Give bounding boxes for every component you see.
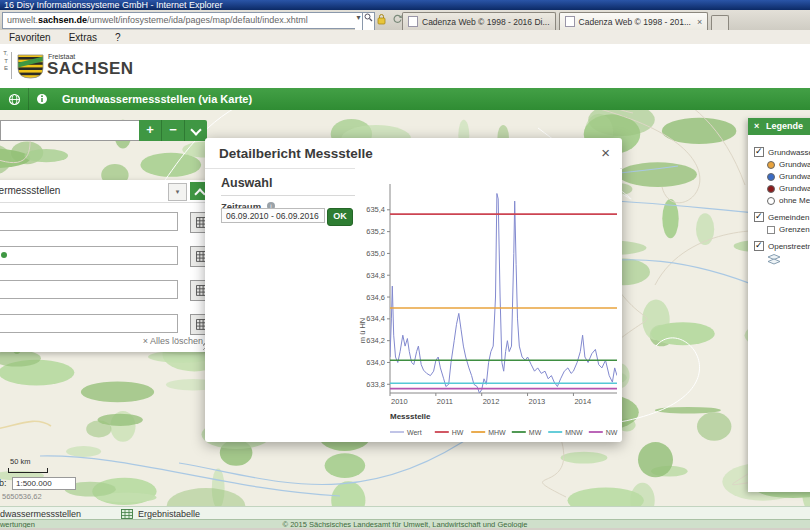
menu-item-[interactable]: ? [106, 32, 130, 43]
result-tab-ergebnistabelle[interactable]: Ergebnistabelle [121, 509, 200, 519]
point-symbol-icon [767, 161, 775, 169]
filter-input-3[interactable] [0, 280, 178, 299]
checkbox[interactable] [754, 241, 764, 251]
app-navbar: Grundwassermessstellen (via Karte) [0, 88, 810, 111]
legend-item: Grundwasserstand [767, 172, 810, 181]
svg-text:635,4: 635,4 [366, 205, 385, 214]
result-tab-grundwassermessstellen[interactable]: Grundwassermessstellen [0, 509, 81, 519]
menu-bar: FavoritenExtras? [0, 30, 810, 45]
layers-icon [767, 254, 781, 265]
legend-title: Legende [766, 118, 803, 135]
browser-tab[interactable]: Cadenza Web © 1998 - 201...× [559, 12, 709, 30]
tab-close-button[interactable]: × [697, 17, 702, 27]
filter-row [0, 212, 213, 233]
result-tab-label: Grundwassermessstellen [0, 509, 81, 519]
window-title: 16 Disy Informationssysteme GmbH - Inter… [4, 0, 223, 10]
new-tab-button[interactable] [711, 15, 729, 30]
filter-input-4[interactable] [0, 314, 178, 333]
url-domain: sachsen.de [38, 15, 87, 25]
legend-item: Grenzen des [767, 225, 810, 234]
map-zoom-controls: + − [139, 120, 207, 141]
filter-input-1[interactable] [0, 212, 178, 231]
menu-item-favoriten[interactable]: Favoriten [0, 32, 60, 43]
svg-text:634,8: 634,8 [366, 271, 385, 280]
home-button[interactable] [0, 88, 29, 110]
sachsen-wordmark: SACHSEN [47, 59, 134, 79]
legend-item [767, 254, 810, 265]
logo-divider [11, 52, 12, 79]
svg-text:634,2: 634,2 [366, 336, 385, 345]
checkbox[interactable] [754, 147, 764, 157]
tab-label: Cadenza Web © 1998 - 2016 Di... [422, 17, 550, 27]
browser-tab[interactable]: Cadenza Web © 1998 - 2016 Di... [402, 12, 556, 30]
svg-text:NW: NW [606, 429, 618, 436]
svg-text:634,0: 634,0 [366, 358, 385, 367]
ok-button[interactable]: OK [327, 208, 353, 226]
legend-header: × Legende [748, 118, 810, 135]
tab-strip: Cadenza Web © 1998 - 2016 Di...Cadenza W… [402, 12, 729, 30]
checkbox[interactable] [754, 212, 764, 222]
zoom-out-button[interactable]: − [162, 120, 185, 141]
filter-row [0, 280, 213, 301]
scale-label: Maßstab: [0, 478, 7, 488]
svg-text:634,4: 634,4 [366, 314, 385, 323]
chevron-up-icon [194, 188, 205, 199]
point-symbol-icon [767, 185, 775, 193]
scale-row: Maßstab: [0, 477, 120, 492]
svg-text:2014: 2014 [574, 397, 591, 406]
svg-text:MHW: MHW [488, 429, 506, 436]
legend-group-label: Openstreetmap [768, 242, 810, 251]
address-dropdown-button[interactable]: ▾ [355, 12, 363, 31]
address-bar[interactable]: umwelt.sachsen.de/umwelt/infosysteme/ida… [2, 12, 360, 29]
zoom-in-button[interactable]: + [139, 120, 162, 141]
legend-item: Grundwasserstand [767, 160, 810, 169]
marker-dot-icon [1, 252, 7, 258]
search-button[interactable] [363, 12, 375, 31]
result-tabs: GrundwassermessstellenErgebnistabelle [0, 509, 240, 519]
info-button[interactable] [28, 88, 56, 110]
sachsen-coat-of-arms [17, 54, 44, 79]
filter-panel-title: Grundwassermessstellen [0, 180, 60, 202]
map-search-input[interactable] [0, 120, 146, 141]
result-tab-bar: GrundwassermessstellenErgebnistabelle [0, 506, 810, 520]
tab-page-icon [408, 16, 418, 27]
dialog-close-button[interactable]: × [601, 144, 610, 161]
tab-label: Cadenza Web © 1998 - 201... [579, 17, 691, 27]
zeitraum-input[interactable] [221, 208, 325, 223]
svg-text:HW: HW [452, 429, 464, 436]
browser-chrome-row: umwelt.sachsen.de/umwelt/infosysteme/ida… [0, 10, 810, 31]
legend-item-label: ohne Messnetz [779, 196, 810, 205]
selection-heading: Auswahl [221, 176, 272, 190]
menu-item-extras[interactable]: Extras [60, 32, 106, 43]
legend-body: GrundwassermessstellenGrundwasserstandGr… [754, 140, 810, 265]
panel-menu-button[interactable]: ▾ [168, 183, 187, 201]
svg-text:633,8: 633,8 [366, 380, 385, 389]
filter-row [0, 314, 213, 335]
point-symbol-icon [767, 197, 775, 205]
window-titlebar: 16 Disy Informationssysteme GmbH - Inter… [0, 0, 810, 10]
scalebar-label: 50 km [10, 457, 30, 466]
point-symbol-icon [767, 173, 775, 181]
legend-group-label: Grundwassermessstellen [768, 148, 810, 157]
legend-item: Grundwassergüte [767, 184, 810, 193]
tab-page-icon [565, 16, 575, 27]
chevron-down-icon [190, 124, 201, 135]
ganglinie-chart: 633,8634,0634,2634,4634,6634,8635,0635,2… [355, 166, 620, 442]
panel-clear-all-link[interactable]: × Alles löschen [143, 336, 203, 346]
svg-text:635,0: 635,0 [366, 249, 385, 258]
filter-panel-header: Grundwassermessstellen ▾ [0, 180, 213, 203]
lock-icon [377, 14, 386, 25]
toolbar-collapse-button[interactable] [185, 120, 207, 141]
svg-text:635,2: 635,2 [366, 227, 385, 236]
filter-input-2[interactable] [0, 246, 178, 265]
legend-group-grundwassermessstellen: Grundwassermessstellen [754, 147, 810, 157]
table-icon [121, 509, 133, 519]
legend-item-label: Grundwassergüte [779, 184, 810, 193]
scale-input[interactable] [12, 477, 76, 490]
result-tab-label: Ergebnistabelle [138, 509, 200, 519]
ministry-logo-fragment: T, T E [0, 50, 8, 73]
legend-item-label: Grundwasserstand [779, 172, 810, 181]
legend-close-button[interactable]: × [754, 118, 759, 135]
legend-group-gemeinden: Gemeinden [754, 212, 810, 222]
map-coordinates: 5650536,62 [2, 492, 42, 501]
